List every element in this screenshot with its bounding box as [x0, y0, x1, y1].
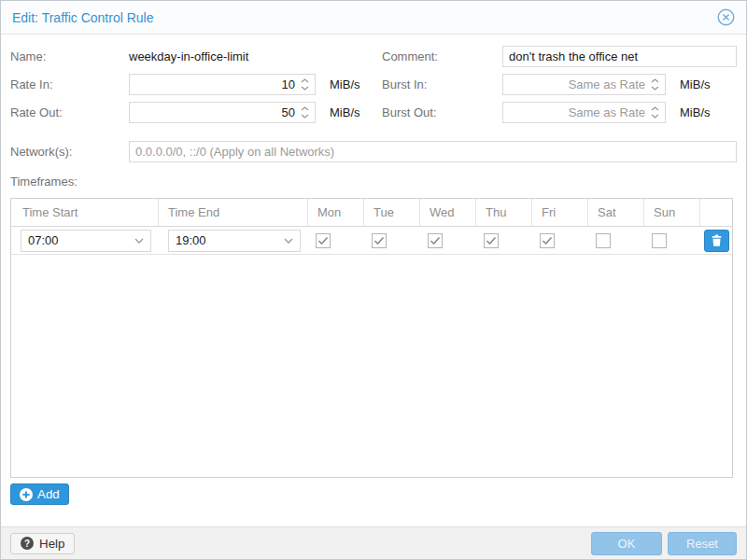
rate-out-unit: MiB/s — [330, 105, 360, 119]
networks-field[interactable] — [129, 141, 737, 162]
rate-out-label: Rate Out: — [10, 105, 129, 119]
timeframes-table: Time Start Time End Mon Tue Wed Thu Fri … — [10, 198, 733, 478]
time-start-input[interactable] — [28, 231, 134, 251]
chevron-down-icon[interactable] — [284, 238, 293, 244]
burst-in-unit: MiB/s — [680, 77, 711, 91]
name-label: Name: — [10, 49, 129, 63]
add-button-label: Add — [37, 487, 60, 501]
burst-out-label: Burst Out: — [382, 105, 502, 119]
burst-in-spinner — [651, 78, 659, 91]
spinner-up-button[interactable] — [651, 78, 659, 83]
column-header-time-end[interactable]: Time End — [159, 199, 308, 226]
comment-field[interactable] — [502, 46, 737, 67]
check-icon — [374, 236, 385, 245]
check-icon — [430, 236, 441, 245]
help-icon: ? — [21, 537, 34, 550]
delete-row-button[interactable] — [704, 230, 729, 252]
checkbox-thu[interactable] — [484, 233, 499, 248]
help-button[interactable]: ? Help — [10, 533, 75, 554]
column-header-tue[interactable]: Tue — [364, 199, 420, 226]
check-icon — [317, 236, 329, 245]
burst-out-unit: MiB/s — [680, 105, 711, 119]
column-header-fri[interactable]: Fri — [532, 199, 588, 226]
rate-out-field[interactable] — [129, 102, 316, 123]
spinner-down-button[interactable] — [651, 86, 659, 91]
column-header-actions — [700, 199, 732, 226]
ok-button[interactable]: OK — [591, 532, 662, 555]
column-header-thu[interactable]: Thu — [476, 199, 532, 226]
time-start-combo[interactable] — [21, 230, 151, 252]
burst-out-field[interactable] — [502, 102, 666, 123]
column-header-sat[interactable]: Sat — [588, 199, 644, 226]
chevron-down-icon[interactable] — [134, 238, 144, 244]
spinner-down-button[interactable] — [301, 114, 309, 119]
timeframes-table-body — [11, 255, 732, 477]
networks-label: Network(s): — [10, 145, 129, 159]
burst-in-field[interactable] — [502, 74, 666, 95]
checkbox-tue[interactable] — [372, 233, 387, 248]
rate-in-spinner — [301, 78, 309, 91]
close-button[interactable] — [717, 8, 735, 26]
timeframes-table-header: Time Start Time End Mon Tue Wed Thu Fri … — [11, 199, 732, 227]
checkbox-wed[interactable] — [428, 233, 443, 248]
dialog-title: Edit: Traffic Control Rule — [12, 10, 153, 25]
column-header-mon[interactable]: Mon — [308, 199, 364, 226]
rate-in-unit: MiB/s — [330, 77, 360, 91]
spinner-up-button[interactable] — [301, 78, 309, 83]
comment-input[interactable] — [509, 47, 730, 66]
rate-out-spinner — [301, 106, 309, 119]
checkbox-sat[interactable] — [596, 233, 611, 248]
timeframe-row — [11, 227, 732, 255]
spinner-down-button[interactable] — [301, 86, 309, 91]
check-icon — [486, 236, 497, 245]
spinner-down-button[interactable] — [651, 114, 659, 119]
dialog-footer: ? Help OK Reset — [1, 526, 746, 559]
column-header-wed[interactable]: Wed — [420, 199, 476, 226]
burst-out-spinner — [651, 106, 659, 119]
dialog-body: Name: weekday-in-office-limit Rate In: — [1, 35, 746, 526]
checkbox-mon[interactable] — [316, 233, 331, 248]
svg-text:?: ? — [24, 539, 30, 549]
reset-button[interactable]: Reset — [668, 532, 737, 555]
plus-icon — [20, 488, 33, 501]
timeframes-label: Timeframes: — [10, 175, 737, 189]
traffic-control-rule-dialog: Edit: Traffic Control Rule Name: weekday… — [0, 0, 747, 560]
spinner-up-button[interactable] — [301, 106, 309, 111]
help-button-label: Help — [39, 537, 64, 551]
column-header-sun[interactable]: Sun — [644, 199, 700, 226]
rate-in-field[interactable] — [129, 74, 316, 95]
name-value: weekday-in-office-limit — [129, 49, 248, 63]
burst-in-label: Burst In: — [382, 77, 502, 91]
rate-out-input[interactable] — [135, 103, 295, 122]
time-end-combo[interactable] — [168, 230, 301, 252]
add-button[interactable]: Add — [10, 483, 69, 505]
rate-in-input[interactable] — [135, 75, 295, 94]
dialog-titlebar: Edit: Traffic Control Rule — [1, 1, 746, 35]
networks-input[interactable] — [135, 142, 730, 161]
rate-in-label: Rate In: — [10, 77, 129, 91]
burst-in-input[interactable] — [509, 75, 645, 94]
time-end-input[interactable] — [176, 231, 284, 251]
checkbox-fri[interactable] — [540, 233, 555, 248]
column-header-time-start[interactable]: Time Start — [11, 199, 159, 226]
close-icon — [717, 8, 735, 26]
burst-out-input[interactable] — [509, 103, 645, 122]
spinner-up-button[interactable] — [651, 106, 659, 111]
trash-icon — [712, 234, 722, 246]
check-icon — [542, 236, 553, 245]
checkbox-sun[interactable] — [652, 233, 667, 248]
comment-label: Comment: — [382, 49, 502, 63]
